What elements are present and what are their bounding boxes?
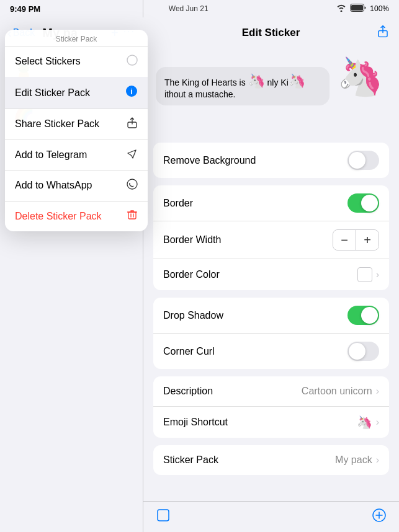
- trash-icon: [127, 209, 138, 223]
- telegram-icon: [127, 148, 138, 162]
- dropdown-label-select-stickers: Select Stickers: [15, 56, 81, 67]
- svg-text:i: i: [130, 87, 133, 96]
- dropdown-menu: Sticker Pack Select Stickers Edit Sticke…: [5, 30, 148, 231]
- dropdown-label-add-telegram: Add to Telegram: [15, 149, 87, 161]
- whatsapp-icon: [127, 179, 138, 193]
- svg-point-3: [127, 55, 137, 65]
- dropdown-label-add-whatsapp: Add to WhatsApp: [15, 180, 92, 191]
- dropdown-label-delete-sticker-pack: Delete Sticker Pack: [15, 211, 102, 222]
- dropdown-section-label: Sticker Pack: [5, 30, 148, 46]
- dropdown-item-edit-sticker-pack[interactable]: Edit Sticker Pack i: [5, 77, 148, 109]
- svg-rect-8: [128, 212, 136, 219]
- dropdown-item-select-stickers[interactable]: Select Stickers: [5, 47, 148, 77]
- dropdown-item-delete-sticker-pack[interactable]: Delete Sticker Pack: [5, 201, 148, 231]
- dropdown-label-share-sticker-pack: Share Sticker Pack: [15, 118, 99, 130]
- dropdown-item-add-whatsapp[interactable]: Add to WhatsApp: [5, 171, 148, 201]
- info-icon: i: [125, 85, 138, 100]
- share-icon: [127, 117, 138, 131]
- dropdown-label-edit-sticker-pack: Edit Sticker Pack: [15, 87, 90, 99]
- svg-point-7: [127, 179, 137, 189]
- dropdown-item-share-sticker-pack[interactable]: Share Sticker Pack: [5, 109, 148, 140]
- checkmark-icon: [127, 55, 138, 69]
- dropdown-item-add-telegram[interactable]: Add to Telegram: [5, 140, 148, 170]
